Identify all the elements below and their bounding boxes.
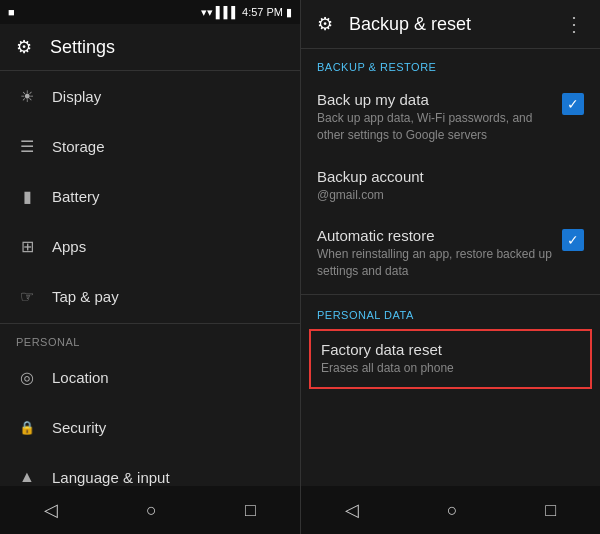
right-nav-bar: [301, 486, 600, 534]
settings-title: Settings: [50, 37, 115, 58]
right-header-left: Backup & reset: [317, 13, 471, 35]
divider: [301, 294, 600, 295]
setting-title: Backup account: [317, 168, 584, 185]
settings-header: Settings: [0, 24, 300, 71]
sidebar-item-label: Battery: [52, 188, 100, 205]
home-button[interactable]: [427, 492, 478, 529]
sidebar-item-language[interactable]: Language & input: [0, 452, 300, 486]
setting-title: Automatic restore: [317, 227, 552, 244]
menu-list: Display Storage Battery Apps Tap & pay P…: [0, 71, 300, 486]
home-button[interactable]: [126, 492, 177, 529]
apps-icon: [16, 235, 38, 257]
recents-button[interactable]: [225, 492, 276, 529]
sidebar-item-tap-pay[interactable]: Tap & pay: [0, 271, 300, 321]
back-button[interactable]: [24, 491, 78, 529]
back-button[interactable]: [325, 491, 379, 529]
sidebar-item-storage[interactable]: Storage: [0, 121, 300, 171]
setting-item-factory-reset[interactable]: Factory data reset Erases all data on ph…: [309, 329, 592, 389]
setting-text: Back up my data Back up app data, Wi-Fi …: [317, 91, 552, 144]
display-icon: [16, 85, 38, 107]
security-icon: [16, 416, 38, 438]
sidebar-item-label: Language & input: [52, 469, 170, 486]
sidebar-item-display[interactable]: Display: [0, 71, 300, 121]
right-panel: Backup & reset ⋮ BACKUP & RESTORE Back u…: [300, 0, 600, 534]
left-nav-bar: [0, 486, 300, 534]
recents-button[interactable]: [525, 492, 576, 529]
sidebar-item-apps[interactable]: Apps: [0, 221, 300, 271]
tap-icon: [16, 285, 38, 307]
setting-item-auto-restore[interactable]: Automatic restore When reinstalling an a…: [301, 215, 600, 292]
battery-icon: ▮: [286, 6, 292, 19]
auto-restore-checkbox[interactable]: ✓: [562, 229, 584, 251]
status-right: ▾▾ ▌▌▌ 4:57 PM ▮: [201, 6, 292, 19]
backup-section-header: BACKUP & RESTORE: [301, 49, 600, 79]
location-icon: [16, 366, 38, 388]
sidebar-item-battery[interactable]: Battery: [0, 171, 300, 221]
signal-icon: ▌▌▌: [216, 6, 239, 18]
sidebar-item-label: Tap & pay: [52, 288, 119, 305]
gear-icon: [317, 13, 339, 35]
setting-item-backup-data[interactable]: Back up my data Back up app data, Wi-Fi …: [301, 79, 600, 156]
right-content: BACKUP & RESTORE Back up my data Back up…: [301, 49, 600, 486]
sidebar-item-label: Display: [52, 88, 101, 105]
personal-data-section-header: PERSONAL DATA: [301, 297, 600, 327]
personal-section-label: PERSONAL: [0, 326, 300, 352]
sidebar-item-label: Location: [52, 369, 109, 386]
sidebar-item-location[interactable]: Location: [0, 352, 300, 402]
right-title: Backup & reset: [349, 14, 471, 35]
more-options-icon[interactable]: ⋮: [564, 12, 584, 36]
notification-icon: ■: [8, 6, 15, 18]
battery-icon: [16, 185, 38, 207]
sidebar-item-label: Storage: [52, 138, 105, 155]
divider: [0, 323, 300, 324]
status-bar: ■ ▾▾ ▌▌▌ 4:57 PM ▮: [0, 0, 300, 24]
ampm-display: PM: [267, 6, 284, 18]
backup-data-checkbox[interactable]: ✓: [562, 93, 584, 115]
setting-text: Automatic restore When reinstalling an a…: [317, 227, 552, 280]
storage-icon: [16, 135, 38, 157]
sidebar-item-label: Apps: [52, 238, 86, 255]
setting-subtitle: Back up app data, Wi-Fi passwords, and o…: [317, 110, 552, 144]
setting-subtitle: @gmail.com: [317, 187, 584, 204]
setting-item-backup-account[interactable]: Backup account @gmail.com: [301, 156, 600, 216]
setting-text: Backup account @gmail.com: [317, 168, 584, 204]
setting-subtitle: When reinstalling an app, restore backed…: [317, 246, 552, 280]
status-left: ■: [8, 6, 15, 18]
sidebar-item-label: Security: [52, 419, 106, 436]
wifi-icon: ▾▾: [201, 6, 213, 19]
setting-text: Factory data reset Erases all data on ph…: [321, 341, 580, 377]
setting-subtitle: Erases all data on phone: [321, 360, 580, 377]
setting-title: Back up my data: [317, 91, 552, 108]
sidebar-item-security[interactable]: Security: [0, 402, 300, 452]
gear-icon: [16, 36, 38, 58]
time-display: 4:57: [242, 6, 263, 18]
right-header: Backup & reset ⋮: [301, 0, 600, 49]
left-panel: ■ ▾▾ ▌▌▌ 4:57 PM ▮ Settings Display Stor…: [0, 0, 300, 534]
language-icon: [16, 466, 38, 486]
setting-title: Factory data reset: [321, 341, 580, 358]
